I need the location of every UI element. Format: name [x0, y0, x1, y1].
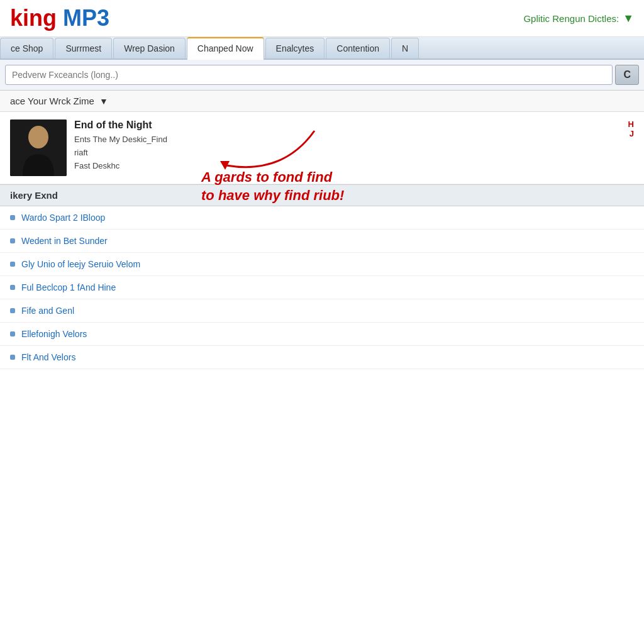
tab-surrmest[interactable]: Surrmest	[55, 38, 112, 58]
list-bullet-icon	[10, 355, 15, 360]
list-bullet-icon	[10, 285, 15, 290]
list-item[interactable]: Wedent in Bet Sunder	[0, 230, 644, 253]
list-bullet-icon	[10, 308, 15, 313]
logo-king-text: king	[10, 5, 57, 31]
user-info-text: Gplitic Rengun Dictles:	[523, 13, 619, 24]
list-item-text: Ful Beclcop 1 fAnd Hine	[21, 282, 634, 292]
featured-sub-line3: Fast Deskhc	[74, 161, 119, 170]
list-item-text: Gly Unio of leejy Seruio Velom	[21, 259, 634, 269]
tab-enalcytes[interactable]: Enalcytes	[265, 38, 325, 58]
header: king MP3 Gplitic Rengun Dictles: ▼	[0, 0, 644, 37]
header-user-info: Gplitic Rengun Dictles: ▼	[523, 12, 634, 25]
nav-tabs: ce Shop Surrmest Wrep Dasion Chanped Now…	[0, 37, 644, 60]
featured-subtitle: Ents The My Deskic_Find riaft Fast Deskh…	[74, 133, 621, 172]
featured-sub-line1: Ents The My Deskic_Find	[74, 135, 167, 144]
list-item-text: Fife and Genl	[21, 306, 634, 316]
list-bullet-icon	[10, 331, 15, 336]
list-item[interactable]: Fife and Genl	[0, 299, 644, 323]
featured-sub-line2: riaft	[74, 148, 88, 157]
list-bullet-icon	[10, 262, 15, 267]
list-item[interactable]: Gly Unio of leejy Seruio Velom	[0, 253, 644, 276]
list-item-text: Wardo Spart 2 IBloop	[21, 213, 634, 223]
list-item[interactable]: Wardo Spart 2 IBloop	[0, 206, 644, 230]
section-header: ikery Exnd	[0, 184, 644, 206]
tab-chanped-now[interactable]: Chanped Now	[187, 37, 264, 60]
tab-contention[interactable]: Contention	[326, 38, 390, 58]
person-thumbnail-image	[10, 119, 67, 176]
search-input[interactable]	[5, 65, 613, 85]
filter-dropdown-icon[interactable]: ▼	[99, 96, 108, 106]
list-item[interactable]: Flt And Velors	[0, 346, 644, 369]
list-bullet-icon	[10, 215, 15, 220]
dropdown-arrow-icon[interactable]: ▼	[623, 12, 634, 25]
list-item[interactable]: Ellefonigh Velors	[0, 323, 644, 346]
tab-ce-shop[interactable]: ce Shop	[0, 38, 53, 58]
tab-wrep-dasion[interactable]: Wrep Dasion	[113, 38, 186, 58]
search-bar: C	[0, 60, 644, 91]
featured-right-label2: J	[628, 129, 634, 138]
featured-title: End of the Night	[74, 119, 621, 131]
featured-info: End of the Night Ents The My Deskic_Find…	[74, 119, 621, 172]
featured-item: End of the Night Ents The My Deskic_Find…	[0, 112, 644, 184]
tab-n[interactable]: N	[391, 38, 419, 58]
list-container: Wardo Spart 2 IBloop Wedent in Bet Sunde…	[0, 206, 644, 369]
featured-right-info: H J	[628, 119, 634, 138]
list-bullet-icon	[10, 238, 15, 243]
svg-point-1	[28, 126, 48, 148]
search-button[interactable]: C	[615, 65, 639, 85]
filter-label: ace Your Wrck Zime	[10, 96, 94, 106]
list-item-text: Wedent in Bet Sunder	[21, 236, 634, 246]
featured-right-label1: H	[628, 119, 634, 129]
filter-bar: ace Your Wrck Zime ▼	[0, 91, 644, 112]
list-item[interactable]: Ful Beclcop 1 fAnd Hine	[0, 276, 644, 299]
logo-mp3-text: MP3	[57, 5, 109, 31]
featured-thumbnail	[10, 119, 67, 176]
list-item-text: Flt And Velors	[21, 352, 634, 362]
logo: king MP3	[10, 5, 109, 31]
list-item-text: Ellefonigh Velors	[21, 329, 634, 339]
